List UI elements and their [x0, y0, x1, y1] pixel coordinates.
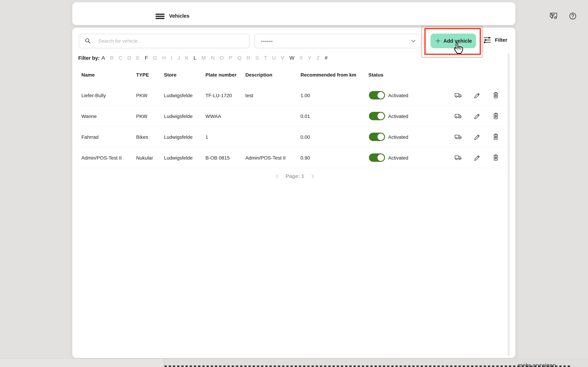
- status-label: Activated: [388, 93, 408, 98]
- letter-f[interactable]: F: [145, 55, 148, 61]
- filter-sliders-icon: [483, 36, 491, 44]
- letter-l[interactable]: L: [194, 55, 197, 61]
- page-indicator: Page: 1: [285, 173, 304, 179]
- letter-d[interactable]: D: [127, 55, 131, 61]
- letter-hash[interactable]: #: [325, 55, 328, 61]
- letter-w[interactable]: W: [289, 55, 294, 61]
- cell-description: Admin/POS-Test II: [245, 155, 285, 161]
- letter-h[interactable]: H: [162, 55, 166, 61]
- letter-r[interactable]: R: [246, 55, 250, 61]
- letter-t[interactable]: T: [264, 55, 267, 61]
- letter-y[interactable]: Y: [308, 55, 311, 61]
- cell-store: Ludwigsfelde: [164, 93, 192, 98]
- table-row: Liefer-Bully PKW Ludwigsfelde TF-LU-1720…: [79, 85, 508, 106]
- letter-k[interactable]: K: [185, 55, 189, 61]
- letter-v[interactable]: V: [281, 55, 284, 61]
- trash-icon[interactable]: [492, 153, 500, 162]
- truck-icon[interactable]: [454, 133, 463, 141]
- search-input[interactable]: [98, 38, 232, 44]
- letter-z[interactable]: Z: [316, 55, 320, 61]
- vertical-scrollbar[interactable]: [508, 53, 510, 356]
- letter-u[interactable]: U: [272, 55, 276, 61]
- cell-store: Ludwigsfelde: [164, 114, 192, 119]
- table-row: Admin/POS-Test II Nukular Ludwigsfelde B…: [79, 147, 508, 168]
- pencil-icon[interactable]: [473, 91, 481, 100]
- cell-plate-number: WWAA: [206, 114, 221, 119]
- column-plate-number: Plate number: [206, 72, 236, 78]
- letter-p[interactable]: P: [229, 55, 232, 61]
- truck-icon[interactable]: [454, 112, 463, 120]
- cell-name: Admin/POS-Test II: [81, 155, 122, 161]
- trash-icon[interactable]: [492, 112, 500, 120]
- pencil-icon[interactable]: [473, 153, 481, 162]
- letter-o[interactable]: O: [220, 55, 224, 61]
- bottom-strip-divider: [164, 359, 164, 367]
- pencil-icon[interactable]: [473, 133, 481, 141]
- show-more-link[interactable]: mehr anzeigen: [518, 362, 556, 367]
- add-vehicle-label: Add vehicle: [443, 38, 472, 44]
- cell-type: Bikes: [136, 134, 148, 140]
- letter-q[interactable]: Q: [237, 55, 241, 61]
- filter-button[interactable]: Filter: [483, 36, 507, 44]
- letter-filter: A B C D E F G H I J K L M N O P Q R S T …: [102, 55, 328, 61]
- letter-c[interactable]: C: [119, 55, 122, 61]
- trash-icon[interactable]: [492, 133, 500, 141]
- cell-plate-number: B-OB 0815: [206, 155, 230, 161]
- vehicles-table: Liefer-Bully PKW Ludwigsfelde TF-LU-1720…: [79, 85, 508, 168]
- letter-n[interactable]: N: [211, 55, 215, 61]
- truck-icon[interactable]: [454, 91, 463, 100]
- status-toggle[interactable]: [369, 91, 385, 100]
- page-title: Vehicles: [169, 13, 189, 19]
- cell-name: Liefer-Bully: [81, 93, 106, 98]
- letter-a[interactable]: A: [102, 55, 105, 61]
- column-name: Name: [81, 72, 95, 78]
- chevron-down-icon: [410, 38, 416, 44]
- vehicles-page: Vehicles ------ Add vehicle Filter Filte…: [0, 0, 588, 367]
- truck-icon[interactable]: [454, 153, 463, 162]
- letter-e[interactable]: E: [136, 55, 140, 61]
- store-dropdown[interactable]: ------: [255, 34, 421, 48]
- status-toggle[interactable]: [369, 112, 385, 120]
- letter-i[interactable]: I: [171, 55, 172, 61]
- status-toggle[interactable]: [369, 153, 385, 162]
- letter-m[interactable]: M: [201, 55, 206, 61]
- letter-x[interactable]: X: [299, 55, 303, 61]
- feedback-rating-icon[interactable]: [549, 12, 558, 20]
- letter-g[interactable]: G: [153, 55, 157, 61]
- letter-j[interactable]: J: [177, 55, 180, 61]
- status-toggle[interactable]: [369, 133, 385, 141]
- cell-name: Wanne: [81, 114, 97, 119]
- chevron-left-icon[interactable]: [275, 174, 280, 179]
- toggle-knob: [378, 113, 384, 119]
- search-icon: [84, 37, 92, 45]
- plus-icon: [435, 38, 441, 44]
- dropdown-value: ------: [261, 38, 410, 44]
- toggle-knob: [378, 133, 384, 140]
- toggle-knob: [378, 154, 384, 161]
- hamburger-menu-icon[interactable]: [156, 14, 164, 19]
- trash-icon[interactable]: [492, 91, 500, 100]
- column-store: Store: [164, 72, 177, 78]
- cell-type: Nukular: [136, 155, 153, 161]
- search-box: [79, 34, 249, 48]
- help-icon[interactable]: [569, 12, 577, 20]
- cell-recommended-from-km: 0.90: [301, 155, 310, 161]
- cell-store: Ludwigsfelde: [164, 134, 192, 140]
- column-recommended-from-km: Recommended from km: [301, 72, 356, 78]
- chevron-right-icon[interactable]: [310, 174, 315, 179]
- column-description: Description: [245, 72, 272, 78]
- cell-recommended-from-km: 1.00: [301, 93, 310, 98]
- filter-by-label: Filter by:: [78, 55, 100, 61]
- cell-plate-number: 1: [206, 134, 208, 140]
- table-row: Wanne PKW Ludwigsfelde WWAA 0.01 Activat…: [79, 106, 508, 126]
- pencil-icon[interactable]: [473, 112, 481, 120]
- column-type: TYPE: [136, 72, 149, 78]
- bottom-strip: [0, 359, 588, 367]
- letter-b[interactable]: B: [110, 55, 113, 61]
- add-vehicle-button[interactable]: Add vehicle: [431, 33, 476, 48]
- toggle-knob: [378, 92, 384, 99]
- bottom-strip-left: [0, 359, 164, 367]
- header-bar: Vehicles: [72, 2, 515, 25]
- letter-s[interactable]: S: [255, 55, 259, 61]
- cell-plate-number: TF-LU-1720: [206, 93, 232, 98]
